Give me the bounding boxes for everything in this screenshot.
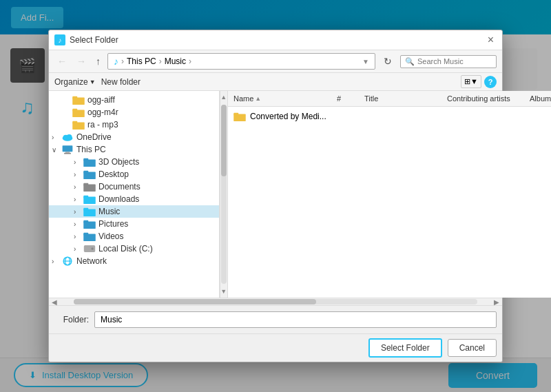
dialog-body: ogg-aiff ogg-m4r xyxy=(49,91,502,298)
header-album[interactable]: Album xyxy=(524,93,551,104)
folder-icon-videos xyxy=(83,231,96,241)
nav-back-button[interactable]: ← xyxy=(54,54,70,68)
header-album-label: Album xyxy=(530,94,551,103)
header-name[interactable]: Name ▲ xyxy=(228,93,331,104)
tree-item-music[interactable]: › Music xyxy=(49,205,219,218)
chevron-downloads-icon: › xyxy=(74,196,83,203)
dialog-title-text: Select Folder xyxy=(70,35,118,45)
scroll-left-button[interactable]: ◀ xyxy=(49,298,60,306)
header-num[interactable]: # xyxy=(331,93,359,104)
breadcrumb-separator-3: › xyxy=(189,56,191,66)
dialog-titlebar: ♪ Select Folder × xyxy=(49,30,502,50)
chevron-music-icon: › xyxy=(74,208,83,216)
dialog-close-button[interactable]: × xyxy=(485,34,497,45)
breadcrumb-dropdown-button[interactable]: ▼ xyxy=(362,58,369,65)
tree-pane-container: ogg-aiff ogg-m4r xyxy=(49,91,228,298)
select-folder-button[interactable]: Select Folder xyxy=(368,338,442,358)
chevron-desktop-icon: › xyxy=(74,171,83,178)
chevron-onedrive-icon: › xyxy=(52,134,61,141)
svg-rect-3 xyxy=(72,109,77,112)
tree-item-this-pc[interactable]: ∨ This PC xyxy=(49,143,219,156)
horizontal-scrollbar[interactable]: ◀ ▶ xyxy=(49,298,502,306)
new-folder-button[interactable]: New folder xyxy=(101,77,141,87)
chevron-disk-icon: › xyxy=(74,245,83,253)
cloud-icon-onedrive xyxy=(61,132,74,142)
svg-rect-21 xyxy=(83,208,88,211)
folder-icon-pictures xyxy=(83,219,96,229)
breadcrumb-music[interactable]: Music xyxy=(165,56,186,66)
tree-item-videos[interactable]: › Videos xyxy=(49,230,219,243)
view-mode-button[interactable]: ⊞▼ xyxy=(461,75,481,88)
tree-item-ra-mp3[interactable]: ra - mp3 xyxy=(49,118,219,131)
header-num-label: # xyxy=(337,94,341,103)
svg-rect-13 xyxy=(83,158,88,161)
dialog-toolbar: ← → ↑ ♪ › This PC › Music › ▼ ↻ 🔍 xyxy=(49,50,502,73)
breadcrumb-music-icon: ♪ xyxy=(114,56,118,67)
modal-overlay: ♪ Select Folder × ← → ↑ ♪ › This PC › Mu… xyxy=(0,0,551,392)
svg-rect-15 xyxy=(83,171,88,174)
tree-scroll-up-button[interactable]: ▲ xyxy=(220,91,227,103)
nav-up-button[interactable]: ↑ xyxy=(93,54,103,68)
tree-label-local-disk: Local Disk (C:) xyxy=(98,244,153,254)
folder-icon-downloads xyxy=(83,194,96,204)
help-button[interactable]: ? xyxy=(484,76,497,88)
tree-label-documents: Documents xyxy=(98,182,141,192)
tree-label-pictures: Pictures xyxy=(98,219,128,229)
tree-item-documents[interactable]: › Documents xyxy=(49,180,219,193)
chevron-documents-icon: › xyxy=(74,183,83,191)
title-left: ♪ Select Folder xyxy=(54,34,118,45)
folder-icon-desktop xyxy=(83,169,96,179)
tree-item-ogg-m4r[interactable]: ogg-m4r xyxy=(49,106,219,118)
file-list: Converted by Medi... xyxy=(228,107,551,298)
search-input[interactable] xyxy=(417,57,492,65)
svg-rect-26 xyxy=(84,245,95,252)
tree-item-pictures[interactable]: › Pictures xyxy=(49,218,219,230)
folder-icon-ra-mp3 xyxy=(72,120,85,130)
nav-forward-button[interactable]: → xyxy=(74,54,89,68)
organize-chevron-icon: ▼ xyxy=(90,79,96,85)
cancel-button[interactable]: Cancel xyxy=(448,339,497,357)
tree-label-3d-objects: 3D Objects xyxy=(98,157,139,167)
tree-item-onedrive[interactable]: › OneDrive xyxy=(49,131,219,143)
organize-label: Organize xyxy=(54,77,88,87)
computer-icon xyxy=(61,145,74,154)
network-icon xyxy=(61,256,74,266)
tree-item-downloads[interactable]: › Downloads xyxy=(49,193,219,205)
header-name-label: Name xyxy=(233,94,253,103)
tree-label-network: Network xyxy=(76,256,107,266)
tree-item-ogg-aiff[interactable]: ogg-aiff xyxy=(49,94,219,106)
search-box: 🔍 xyxy=(400,55,497,68)
refresh-button[interactable]: ↻ xyxy=(380,54,396,68)
tree-item-3d-objects[interactable]: › 3D Objects xyxy=(49,156,219,168)
search-icon: 🔍 xyxy=(405,57,415,66)
svg-rect-9 xyxy=(63,145,73,152)
file-pane: Name ▲ # Title Contributing artists Albu… xyxy=(228,91,551,298)
drive-icon xyxy=(83,244,96,254)
header-artist[interactable]: Contributing artists xyxy=(441,93,524,104)
tree-item-local-disk[interactable]: › Local Disk (C:) xyxy=(49,243,219,255)
scroll-right-button[interactable]: ▶ xyxy=(491,298,502,306)
svg-rect-5 xyxy=(72,121,77,124)
svg-rect-23 xyxy=(83,220,88,223)
organize-button[interactable]: Organize ▼ xyxy=(54,77,96,87)
svg-rect-11 xyxy=(64,153,71,154)
file-name-converted: Converted by Medi... xyxy=(250,112,326,121)
tree-item-network[interactable]: › Network xyxy=(49,255,219,267)
tree-label-desktop: Desktop xyxy=(98,169,129,179)
breadcrumb-this-pc[interactable]: This PC xyxy=(127,56,156,66)
svg-rect-19 xyxy=(83,196,88,198)
folder-input[interactable] xyxy=(94,311,497,328)
dialog-button-row: Select Folder Cancel xyxy=(49,333,502,362)
sort-icon-name: ▲ xyxy=(255,95,261,102)
tree-label-ogg-aiff: ogg-aiff xyxy=(87,95,115,105)
tree-scroll-down-button[interactable]: ▼ xyxy=(220,285,227,298)
folder-icon-ogg-aiff xyxy=(72,95,85,105)
folder-icon-documents xyxy=(83,182,96,192)
header-title[interactable]: Title xyxy=(359,93,441,104)
breadcrumb-separator-1: › xyxy=(121,56,124,66)
tree-item-desktop[interactable]: › Desktop xyxy=(49,168,219,180)
folder-label: Folder: xyxy=(54,315,89,324)
svg-point-27 xyxy=(91,247,93,249)
list-item[interactable]: Converted by Medi... xyxy=(228,110,551,123)
tree-pane[interactable]: ogg-aiff ogg-m4r xyxy=(49,91,220,298)
